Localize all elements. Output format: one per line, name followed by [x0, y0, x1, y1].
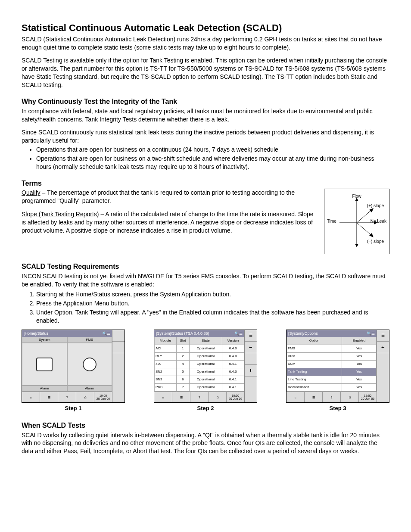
- home-icon: ⌂: [22, 392, 40, 402]
- intro-paragraph-1: SCALD (Statistical Continuous Automatic …: [22, 35, 389, 52]
- requirements-list-item: Press the Application Menu button.: [36, 299, 389, 308]
- down-icon: ⬇: [245, 365, 257, 376]
- why-list-item: Operations that are open for business on…: [36, 146, 389, 154]
- terms-slope: Slope (Tank Testing Reports) – A ratio o…: [22, 210, 315, 235]
- step-label: Step 2: [154, 404, 257, 412]
- back-icon: ⬅: [377, 342, 389, 353]
- home-icon: ⌂: [286, 392, 305, 402]
- screen-system-status: [System]/Status (TSA 0.4.0.86)🔍☰ ModuleS…: [154, 330, 257, 403]
- system-app-icon: [36, 358, 53, 371]
- screen-system-options: [System]/Options🔍☰ OptionEnabledFMSYesVR…: [286, 330, 389, 403]
- steps-row: [Home]/Status🔍☰ System FMS Alarm Alarm ⌂…: [22, 330, 389, 412]
- step-3: [System]/Options🔍☰ OptionEnabledFMSYesVR…: [286, 330, 389, 412]
- requirements-heading: SCALD Testing Requirements: [22, 262, 389, 271]
- screen-home-status: [Home]/Status🔍☰ System FMS Alarm Alarm ⌂…: [22, 330, 125, 403]
- step-1: [Home]/Status🔍☰ System FMS Alarm Alarm ⌂…: [22, 330, 125, 412]
- print-icon: ⎙: [209, 392, 227, 402]
- list-icon: ☰: [172, 392, 190, 402]
- intro-paragraph-2: SCALD Testing is available only if the o…: [22, 56, 389, 89]
- back-icon: ⬅: [245, 342, 257, 353]
- options-icon: 🔍☰: [367, 331, 375, 336]
- svg-line-7: [357, 223, 372, 236]
- options-icon: 🔍☰: [102, 331, 110, 336]
- step-2: [System]/Status (TSA 0.4.0.86)🔍☰ ModuleS…: [154, 330, 257, 412]
- help-icon: ?: [190, 392, 209, 402]
- requirements-list: Starting at the Home/Status screen, pres…: [22, 290, 389, 325]
- menu-icon: ☰: [377, 330, 389, 342]
- print-icon: ⎙: [76, 392, 94, 402]
- list-icon: ☰: [305, 392, 323, 402]
- why-paragraph-1: In compliance with federal, state and lo…: [22, 107, 389, 124]
- list-icon: ☰: [40, 392, 58, 402]
- page-title: Statistical Continuous Automatic Leak De…: [22, 22, 389, 34]
- help-icon: ?: [58, 392, 76, 402]
- svg-marker-2: [355, 244, 358, 247]
- why-heading: Why Continuously Test the Integrity of t…: [22, 97, 389, 106]
- when-heading: When SCALD Tests: [22, 421, 389, 430]
- requirements-paragraph: INCON SCALD testing is not yet listed wi…: [22, 272, 389, 289]
- svg-line-5: [357, 210, 372, 223]
- print-icon: ⎙: [341, 392, 359, 402]
- home-icon: ⌂: [154, 392, 172, 402]
- why-paragraph-2: Since SCALD continuously runs statistica…: [22, 128, 389, 145]
- why-list-item: Operations that are open for business on…: [36, 155, 389, 171]
- step-label: Step 3: [286, 404, 389, 412]
- fms-app-icon: [83, 358, 97, 371]
- options-icon: 🔍☰: [234, 331, 243, 336]
- help-icon: ?: [323, 392, 341, 402]
- menu-icon: ☰: [245, 330, 257, 342]
- requirements-list-item: Under Option, Tank Testing will appear. …: [36, 308, 389, 325]
- step-label: Step 1: [22, 404, 125, 412]
- when-paragraph: SCALD works by collecting quiet interval…: [22, 431, 389, 456]
- why-list: Operations that are open for business on…: [22, 146, 389, 171]
- terms-qualify: Qualify – The percentage of product that…: [22, 189, 315, 205]
- slope-diagram: Flow Time No Leak (+) slope (–) slope: [324, 189, 389, 254]
- requirements-list-item: Starting at the Home/Status screen, pres…: [36, 290, 389, 299]
- bottom-toolbar: ⌂ ☰ ? ⎙ 19:0020-Jun-06: [22, 392, 112, 402]
- terms-heading: Terms: [22, 179, 389, 188]
